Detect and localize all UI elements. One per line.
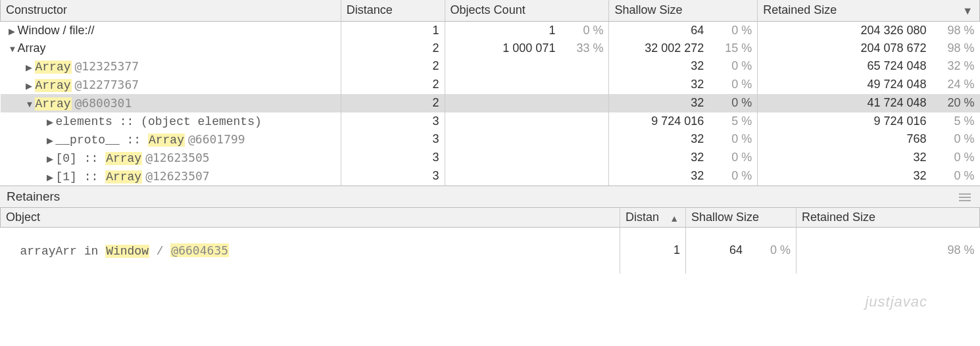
col-header-retained-ret[interactable]: Retained Size [796, 208, 980, 228]
constructor-name: Array [105, 152, 142, 165]
cell-objects-count [445, 130, 609, 149]
hamburger-icon[interactable] [959, 191, 971, 203]
property-name: __proto__ :: [56, 134, 148, 147]
object-id: @6800301 [75, 96, 132, 110]
cell-shallow-size: 32 002 27215 % [609, 39, 758, 57]
table-row[interactable]: ▶Array @12325377 2 320 % 65 724 04832 % [1, 57, 980, 76]
cell-retained-size: 204 326 08098 % [758, 21, 980, 39]
retainer-retained: 98 % [796, 228, 980, 274]
cell-distance: 3 [341, 149, 445, 167]
cell-objects-count [445, 94, 609, 112]
cell-retained-size: 49 724 04824 % [758, 76, 980, 94]
col-header-distance-ret[interactable]: Distan ▲ [620, 208, 686, 228]
disclosure-triangle-icon[interactable]: ▶ [26, 81, 34, 91]
constructor-name: Window / file:// [18, 24, 95, 37]
cell-retained-size: 320 % [758, 149, 980, 167]
object-id: @12623505 [145, 151, 210, 164]
retainers-header-row: Object Distan ▲ Shallow Size Retained Si… [1, 208, 980, 228]
disclosure-triangle-icon[interactable]: ▶ [47, 136, 55, 145]
table-row[interactable]: ▶[0] :: Array @12623505 3 320 % 320 % [1, 149, 980, 167]
table-row[interactable]: ▶elements :: (object elements) 3 9 724 0… [1, 112, 980, 130]
property-name: [1] :: [56, 170, 106, 184]
retainer-property: arrayArr [20, 245, 77, 258]
cell-retained-size: 65 724 04832 % [758, 57, 980, 76]
cell-retained-size: 7680 % [758, 130, 980, 149]
retainer-distance: 1 [620, 228, 686, 274]
retainer-id: @6604635 [170, 243, 229, 257]
col-header-object[interactable]: Object [1, 208, 620, 228]
cell-constructor: ▼Array @6800301 [1, 94, 341, 112]
cell-shallow-size: 320 % [609, 149, 758, 167]
col-header-shallow-ret[interactable]: Shallow Size [686, 208, 796, 228]
property-name: elements :: (object elements) [56, 115, 262, 128]
cell-constructor: ▶Array @12325377 [1, 57, 341, 76]
cell-objects-count: 10 % [445, 21, 609, 39]
cell-shallow-size: 320 % [609, 167, 758, 185]
table-row[interactable]: ▶[1] :: Array @12623507 3 320 % 320 % [1, 167, 980, 185]
retainer-object-cell: arrayArr in Window / @6604635 [1, 228, 620, 274]
disclosure-triangle-icon[interactable]: ▶ [9, 26, 16, 36]
sort-descending-icon: ▼ [962, 5, 973, 17]
retainers-title: Retainers [7, 189, 60, 203]
cell-shallow-size: 320 % [609, 94, 758, 112]
cell-shallow-size: 320 % [609, 76, 758, 94]
cell-constructor: ▶[0] :: Array @12623505 [1, 149, 341, 167]
cell-shallow-size: 9 724 0165 % [609, 112, 758, 130]
constructor-name: Array [35, 79, 72, 92]
cell-distance: 1 [341, 21, 445, 39]
object-id: @6601799 [188, 132, 245, 146]
disclosure-triangle-icon[interactable]: ▶ [47, 154, 55, 164]
object-id: @12325377 [75, 59, 139, 73]
col-header-shallow-size[interactable]: Shallow Size [609, 0, 758, 21]
property-name: [0] :: [56, 152, 106, 165]
cell-distance: 3 [341, 130, 445, 149]
col-header-retained-size[interactable]: Retained Size ▼ [758, 0, 980, 21]
table-row[interactable]: ▼Array @6800301 2 320 % 41 724 04820 % [1, 94, 980, 112]
col-header-distance[interactable]: Distance [341, 0, 445, 21]
cell-retained-size: 204 078 67298 % [758, 39, 980, 57]
table-row[interactable]: ▶Array @12277367 2 320 % 49 724 04824 % [1, 76, 980, 94]
cell-retained-size: 320 % [758, 167, 980, 185]
cell-constructor: ▶Window / file:// [1, 21, 341, 39]
table-row[interactable]: ▶__proto__ :: Array @6601799 3 320 % 768… [1, 130, 980, 149]
constructor-name: Array [35, 61, 72, 74]
cell-constructor: ▶__proto__ :: Array @6601799 [1, 130, 341, 149]
cell-retained-size: 41 724 04820 % [758, 94, 980, 112]
retainer-row[interactable]: arrayArr in Window / @6604635 1 640 % 98… [1, 228, 980, 274]
retainers-section-header: Retainers [0, 185, 980, 208]
cell-constructor: ▼Array [1, 39, 341, 57]
constructor-name: Array [18, 41, 46, 55]
table-row[interactable]: ▼Array 2 1 000 07133 % 32 002 27215 % 20… [1, 39, 980, 57]
disclosure-triangle-icon[interactable]: ▶ [47, 172, 55, 182]
cell-distance: 3 [341, 167, 445, 185]
constructor-name: Array [148, 134, 185, 147]
cell-distance: 2 [341, 76, 445, 94]
table-header-row: Constructor Distance Objects Count Shall… [1, 0, 980, 21]
retainers-table: Object Distan ▲ Shallow Size Retained Si… [0, 208, 980, 274]
disclosure-triangle-icon[interactable]: ▼ [26, 99, 34, 109]
cell-constructor: ▶Array @12277367 [1, 76, 341, 94]
cell-objects-count [445, 57, 609, 76]
cell-shallow-size: 640 % [609, 21, 758, 39]
cell-constructor: ▶[1] :: Array @12623507 [1, 167, 341, 185]
cell-distance: 2 [341, 94, 445, 112]
cell-objects-count [445, 76, 609, 94]
cell-objects-count: 1 000 07133 % [445, 39, 609, 57]
cell-distance: 2 [341, 57, 445, 76]
cell-distance: 3 [341, 112, 445, 130]
constructor-name: Array [35, 97, 72, 111]
constructor-name: Array [105, 170, 142, 184]
sort-ascending-icon: ▲ [670, 213, 679, 224]
disclosure-triangle-icon[interactable]: ▶ [47, 117, 55, 127]
col-header-objects-count[interactable]: Objects Count [445, 0, 609, 21]
cell-retained-size: 9 724 0165 % [758, 112, 980, 130]
object-id: @12623507 [145, 169, 210, 183]
disclosure-triangle-icon[interactable]: ▶ [26, 62, 34, 72]
cell-shallow-size: 320 % [609, 57, 758, 76]
retainer-window: Window [105, 245, 149, 258]
object-id: @12277367 [75, 78, 139, 91]
col-header-constructor[interactable]: Constructor [1, 0, 341, 21]
cell-objects-count [445, 112, 609, 130]
table-row[interactable]: ▶Window / file:// 1 10 % 640 % 204 326 0… [1, 21, 980, 39]
disclosure-triangle-icon[interactable]: ▼ [9, 44, 16, 54]
